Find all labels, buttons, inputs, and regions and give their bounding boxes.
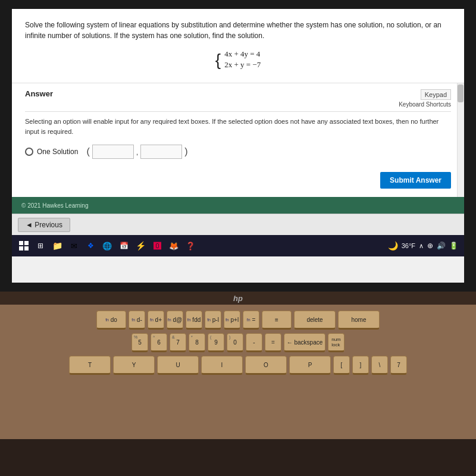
comma: , (136, 148, 139, 156)
answer-label: Answer (25, 89, 53, 98)
key-5[interactable]: %5 (131, 333, 148, 352)
key-fdd[interactable]: fn fdd (186, 311, 202, 330)
scroll-indicator (457, 83, 464, 197)
keyboard-area: fn do fn d- fn d+ fn d@ fn fdd fn p-l fn… (0, 305, 476, 439)
equation-1: 4x + 4y = 4 (224, 49, 261, 59)
calendar-icon[interactable]: 📅 (118, 240, 130, 252)
one-solution-label: One Solution (37, 148, 78, 156)
submit-row: Submit Answer (25, 167, 451, 191)
question-icon[interactable]: ❓ (184, 240, 196, 252)
key-home[interactable]: home (338, 311, 380, 330)
keypad-button[interactable]: Keypad (421, 89, 451, 100)
key-0[interactable]: )0 (227, 333, 243, 352)
screen-content: Solve the following system of linear equ… (12, 9, 464, 283)
question-area: Solve the following system of linear equ… (12, 9, 464, 83)
key-backslash[interactable]: \ (371, 356, 388, 375)
footer-bar: © 2021 Hawkes Learning (12, 197, 464, 214)
key-6[interactable]: ^6 (151, 333, 167, 352)
keypad-area: Keypad Keyboard Shortcuts (399, 89, 451, 108)
key-pil[interactable]: fn p-l (205, 311, 221, 330)
equation-2: 2x + y = −7 (224, 60, 261, 70)
key-menu[interactable]: ≡ (262, 311, 292, 330)
edge-icon[interactable]: 🌐 (101, 240, 113, 252)
key-equals[interactable]: = (265, 333, 281, 352)
number-row: %5 ^6 &7 *8 (9 )0 - = ← backspace numloc… (12, 333, 464, 352)
key-delete[interactable]: delete (294, 311, 336, 330)
key-Y[interactable]: Y (113, 356, 155, 375)
equations: 4x + 4y = 4 2x + y = −7 (224, 49, 261, 71)
key-numlock[interactable]: numlock (328, 333, 345, 352)
answer-header: Answer Keypad Keyboard Shortcuts (25, 89, 451, 108)
office-icon[interactable]: 🅾 (151, 240, 163, 252)
key-T[interactable]: T (69, 356, 111, 375)
temperature: 36°F (402, 242, 415, 249)
brace-symbol: { (215, 49, 221, 71)
battery-icon: 🔋 (449, 242, 458, 250)
moon-icon: 🌙 (388, 241, 398, 250)
y-input[interactable] (140, 145, 182, 159)
question-text: Solve the following system of linear equ… (25, 20, 451, 41)
hp-logo: hp (233, 294, 243, 303)
key-backspace[interactable]: ← backspace (284, 333, 325, 352)
svg-rect-1 (24, 241, 29, 245)
coord-inputs: ( , ) (86, 145, 187, 159)
svg-rect-2 (19, 246, 23, 250)
key-minus[interactable]: - (246, 333, 262, 352)
key-7num[interactable]: 7 (390, 356, 407, 375)
fn-key-row: fn do fn d- fn d+ fn d@ fn fdd fn p-l fn… (12, 311, 464, 330)
radio-circle (25, 148, 33, 156)
options-row: One Solution ( , ) (25, 145, 451, 159)
keyboard-shortcuts-link[interactable]: Keyboard Shortcuts (399, 101, 451, 108)
previous-button[interactable]: ◄ Previous (18, 218, 70, 232)
scroll-thumb (458, 84, 464, 102)
key-I[interactable]: I (201, 356, 243, 375)
key-rbracket[interactable]: ] (352, 356, 369, 375)
key-lbracket[interactable]: [ (333, 356, 350, 375)
key-dplus[interactable]: fn d+ (148, 311, 164, 330)
file-explorer-icon[interactable]: 📁 (51, 240, 63, 252)
key-U[interactable]: U (157, 356, 199, 375)
taskbar-right: 🌙 36°F ∧ ⊕ 🔊 🔋 (388, 241, 458, 250)
key-O[interactable]: O (245, 356, 287, 375)
dropbox-icon[interactable]: ❖ (84, 240, 96, 252)
nav-area: ◄ Previous (12, 214, 464, 235)
qwerty-row: T Y U I O P [ ] \ 7 (12, 356, 464, 375)
svg-rect-0 (19, 241, 23, 245)
key-9[interactable]: (9 (208, 333, 224, 352)
bolt-icon[interactable]: ⚡ (134, 240, 146, 252)
hp-strip: hp (0, 292, 476, 305)
equation-block: { 4x + 4y = 4 2x + y = −7 (25, 49, 451, 71)
mail-icon[interactable]: ✉ (68, 240, 80, 252)
x-input[interactable] (92, 145, 134, 159)
search-icon[interactable]: ⊞ (35, 240, 46, 252)
key-P[interactable]: P (289, 356, 331, 375)
laptop-screen: Solve the following system of linear equ… (0, 0, 476, 292)
copyright-text: © 2021 Hawkes Learning (21, 202, 88, 209)
key-do[interactable]: fn do (96, 311, 126, 330)
network-icon: ⊕ (427, 242, 433, 250)
taskbar: ⊞ 📁 ✉ ❖ 🌐 📅 ⚡ 🅾 🦊 ❓ 🌙 36°F ∧ ⊕ 🔊 🔋 (12, 235, 464, 256)
key-dminus[interactable]: fn d- (129, 311, 145, 330)
close-paren: ) (184, 146, 187, 157)
speaker-icon: 🔊 (437, 242, 446, 250)
firefox-icon[interactable]: 🦊 (168, 240, 180, 252)
key-dat[interactable]: fn d@ (167, 311, 183, 330)
key-peq[interactable]: fn = (243, 311, 259, 330)
answer-instruction: Selecting an option will enable input fo… (25, 111, 451, 136)
open-paren: ( (86, 146, 89, 157)
key-7[interactable]: &7 (170, 333, 186, 352)
key-ppl[interactable]: fn p+l (224, 311, 240, 330)
svg-rect-3 (24, 246, 29, 250)
one-solution-option[interactable]: One Solution (25, 148, 78, 156)
answer-section: Answer Keypad Keyboard Shortcuts Selecti… (12, 83, 464, 197)
caret-icon: ∧ (419, 242, 424, 250)
submit-button[interactable]: Submit Answer (380, 172, 451, 189)
key-8[interactable]: *8 (189, 333, 205, 352)
windows-icon[interactable] (18, 240, 30, 252)
